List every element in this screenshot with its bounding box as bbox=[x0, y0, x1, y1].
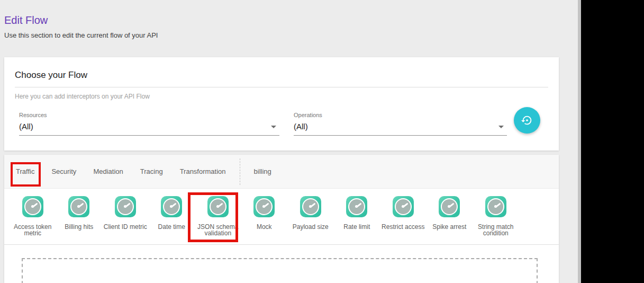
tab-traffic[interactable]: Traffic bbox=[7, 155, 43, 189]
tab-security[interactable]: Security bbox=[43, 155, 85, 189]
gauge-icon bbox=[68, 196, 89, 217]
choose-flow-title: Choose your Flow bbox=[15, 70, 548, 87]
gauge-icon bbox=[393, 196, 414, 217]
operations-value: (All) bbox=[294, 122, 308, 131]
resources-label: Resources bbox=[19, 112, 279, 118]
policy-strip: Access token metric Billing hits Client … bbox=[4, 189, 559, 245]
gauge-icon bbox=[22, 196, 43, 217]
tab-group-divider bbox=[240, 158, 240, 185]
history-restore-icon bbox=[521, 114, 533, 126]
policy-access-token-metric[interactable]: Access token metric bbox=[10, 189, 56, 244]
choose-flow-hint: Here you can add interceptors on your AP… bbox=[15, 93, 548, 100]
policy-payload-size[interactable]: Payload size bbox=[287, 189, 334, 244]
operations-field: Operations (All) bbox=[294, 112, 507, 136]
policy-client-id-metric[interactable]: Client ID metric bbox=[102, 189, 149, 244]
gauge-icon bbox=[439, 196, 460, 217]
policy-rate-limit[interactable]: Rate limit bbox=[334, 189, 380, 244]
policy-dropzone[interactable] bbox=[22, 258, 538, 283]
dropdown-arrow-icon bbox=[271, 126, 276, 128]
gauge-icon bbox=[115, 196, 136, 217]
resources-select[interactable]: (All) bbox=[19, 121, 279, 136]
reset-flow-button[interactable] bbox=[514, 107, 540, 134]
policy-billing-hits[interactable]: Billing hits bbox=[56, 189, 103, 244]
tab-tracing[interactable]: Tracing bbox=[132, 155, 171, 189]
policy-mock[interactable]: Mock bbox=[241, 189, 288, 244]
dropdown-arrow-icon bbox=[498, 126, 504, 128]
policy-category-tabs: Traffic Security Mediation Tracing Trans… bbox=[4, 155, 559, 189]
gauge-icon bbox=[485, 196, 506, 217]
gauge-icon bbox=[346, 196, 367, 217]
policy-restrict-access[interactable]: Restrict access bbox=[380, 189, 427, 244]
flow-filter-row: Resources (All) Operations (All) bbox=[19, 108, 548, 145]
tab-transformation[interactable]: Transformation bbox=[171, 155, 234, 189]
tab-billing[interactable]: billing bbox=[246, 155, 280, 189]
gauge-icon bbox=[207, 196, 229, 217]
policy-json-schema-validation[interactable]: JSON schema validation bbox=[195, 189, 241, 244]
policies-card: Traffic Security Mediation Tracing Trans… bbox=[4, 155, 559, 283]
gauge-icon bbox=[253, 196, 275, 217]
outside-window-area bbox=[581, 0, 644, 283]
resources-field: Resources (All) bbox=[19, 112, 279, 136]
operations-label: Operations bbox=[294, 112, 507, 118]
operations-select[interactable]: (All) bbox=[294, 121, 507, 136]
gauge-icon bbox=[161, 196, 182, 217]
flow-designer-area bbox=[4, 245, 559, 283]
gauge-icon bbox=[300, 196, 321, 217]
policy-date-time[interactable]: Date time bbox=[149, 189, 195, 244]
policy-spike-arrest[interactable]: Spike arrest bbox=[427, 189, 473, 244]
choose-flow-card: Choose your Flow Here you can add interc… bbox=[4, 57, 559, 151]
page-header: Edit Flow Use this section to edit the c… bbox=[4, 14, 158, 39]
app-viewport: Edit Flow Use this section to edit the c… bbox=[0, 0, 578, 283]
policy-string-match-condition[interactable]: String match condition bbox=[473, 189, 519, 244]
tab-mediation[interactable]: Mediation bbox=[85, 155, 131, 189]
resources-value: (All) bbox=[19, 122, 33, 131]
page-subtitle: Use this section to edit the current flo… bbox=[4, 31, 158, 39]
page-title: Edit Flow bbox=[4, 14, 158, 26]
